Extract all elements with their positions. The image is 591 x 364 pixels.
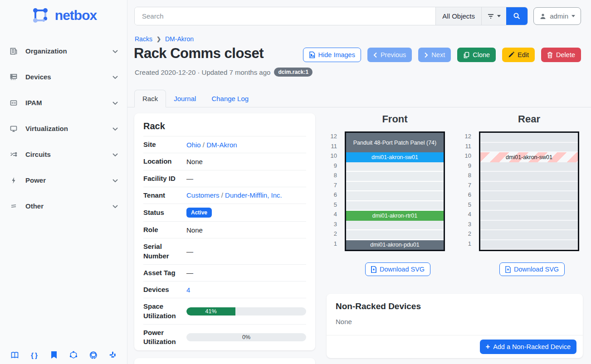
rack-device[interactable]: dmi01-akron-sw01 <box>480 152 578 162</box>
power-icon <box>9 176 18 185</box>
server-icon <box>9 73 18 82</box>
separator: / <box>221 191 223 199</box>
rack-slot-empty[interactable] <box>480 162 578 172</box>
rack-slot-empty[interactable] <box>480 191 578 201</box>
rack-slot-empty[interactable] <box>346 221 444 231</box>
sidebar-item-virtualization[interactable]: Virtualization <box>8 116 119 141</box>
download-svg-label: Download SVG <box>380 266 425 273</box>
docs-icon[interactable] <box>10 350 19 359</box>
attr-role: Role None <box>143 221 306 238</box>
rack-device[interactable]: Panduit 48-Port Patch Panel (74) <box>346 133 444 152</box>
search-scope-button[interactable]: All Objects <box>435 7 481 25</box>
breadcrumb-racks[interactable]: Racks <box>135 35 152 43</box>
previous-button[interactable]: Previous <box>367 48 412 62</box>
attr-label: Space Utilization <box>143 302 186 320</box>
unit-number: 10 <box>320 151 338 161</box>
rack-device[interactable]: dmi01-akron-pdu01 <box>346 240 444 250</box>
status-badge: Active <box>186 208 212 218</box>
site-link[interactable]: DM-Akron <box>206 141 237 149</box>
tab-change-log[interactable]: Change Log <box>204 90 256 107</box>
sidebar-item-ipam[interactable]: IPAM <box>8 90 119 116</box>
non-racked-devices-panel: Non-Racked Devices None + Add a Non-Rack… <box>327 294 583 358</box>
power-utilization-bar: 0% <box>186 333 306 341</box>
rack-slot-empty[interactable] <box>480 240 578 250</box>
attr-label: Asset Tag <box>143 268 186 277</box>
user-menu-button[interactable]: admin <box>533 7 581 25</box>
next-button[interactable]: Next <box>418 48 451 62</box>
devices-count-link[interactable]: 4 <box>186 286 190 294</box>
unit-number: 4 <box>454 209 472 219</box>
clone-button[interactable]: Clone <box>457 48 496 62</box>
api-docs-icon[interactable] <box>49 350 59 359</box>
site-group-link[interactable]: Ohio <box>186 141 201 149</box>
rack-slot-empty[interactable] <box>346 230 444 240</box>
rack-slot-empty[interactable] <box>480 133 578 143</box>
edit-label: Edit <box>518 51 529 58</box>
tab-journal[interactable]: Journal <box>166 90 204 107</box>
chevron-left-icon <box>373 52 377 58</box>
sidebar-item-power[interactable]: Power <box>8 167 119 193</box>
edit-button[interactable]: Edit <box>502 48 535 62</box>
sidebar-item-circuits[interactable]: Circuits <box>8 141 119 167</box>
rack-slot-empty[interactable] <box>480 143 578 153</box>
object-id-badge: dcim.rack:1 <box>274 68 313 77</box>
tenant-link[interactable]: Dunder-Mifflin, Inc. <box>225 191 282 199</box>
sidebar: netbox Organization Devices <box>0 0 127 364</box>
sidebar-item-organization[interactable]: Organization <box>8 38 119 64</box>
attr-label: Power Utilization <box>143 328 186 347</box>
front-unit-labels: 121110987654321 <box>320 131 338 248</box>
previous-label: Previous <box>381 51 406 58</box>
sidebar-item-devices[interactable]: Devices <box>8 64 119 90</box>
rack-slot-empty[interactable] <box>346 191 444 201</box>
add-non-racked-device-label: Add a Non-Racked Device <box>493 343 571 350</box>
netbox-logo[interactable]: netbox <box>0 0 127 28</box>
tenant-group-link[interactable]: Customers <box>186 191 220 199</box>
delete-button[interactable]: Delete <box>541 48 581 62</box>
rack-device[interactable]: dmi01-akron-rtr01 <box>346 211 444 221</box>
slack-icon[interactable] <box>108 350 117 359</box>
rack-slot-empty[interactable] <box>346 182 444 192</box>
space-utilization-bar: 41% <box>186 307 306 315</box>
sidebar-item-other[interactable]: Other <box>8 193 119 219</box>
add-non-racked-device-button[interactable]: + Add a Non-Racked Device <box>480 340 576 354</box>
search-filter-button[interactable] <box>481 7 506 25</box>
rack-slot-empty[interactable] <box>480 211 578 221</box>
clone-label: Clone <box>473 51 490 58</box>
rack-slot-empty[interactable] <box>480 172 578 182</box>
global-search: All Objects <box>134 7 528 25</box>
rack-device[interactable]: dmi01-akron-sw01 <box>346 152 444 162</box>
breadcrumb-dm-akron[interactable]: DM-Akron <box>165 35 194 43</box>
unit-number: 7 <box>320 180 338 190</box>
front-download-svg-button[interactable]: Download SVG <box>365 262 430 276</box>
search-input[interactable] <box>135 7 435 25</box>
sidebar-item-label: Devices <box>25 73 112 81</box>
attr-label: Status <box>143 208 186 217</box>
attr-site: Site Ohio / DM-Akron <box>143 136 306 153</box>
building-icon <box>9 47 18 56</box>
unit-number: 1 <box>454 239 472 249</box>
rack-slot-empty[interactable] <box>346 172 444 182</box>
search-submit-button[interactable] <box>506 7 528 25</box>
unit-number: 4 <box>320 209 338 219</box>
chevron-right-icon <box>424 52 428 58</box>
download-svg-label: Download SVG <box>514 266 559 273</box>
hide-images-button[interactable]: Hide Images <box>303 48 361 62</box>
rack-slot-empty[interactable] <box>480 182 578 192</box>
graphql-icon[interactable] <box>69 350 78 359</box>
rack-slot-empty[interactable] <box>480 201 578 211</box>
tab-rack[interactable]: Rack <box>134 90 166 107</box>
attr-space-utilization: Space Utilization 41% <box>143 298 306 324</box>
rack-slot-empty[interactable] <box>480 230 578 240</box>
rear-download-svg-button[interactable]: Download SVG <box>499 262 565 276</box>
rest-api-icon[interactable]: { } <box>29 350 39 359</box>
rack-slot-empty[interactable] <box>346 201 444 211</box>
github-icon[interactable] <box>89 350 98 359</box>
chevron-down-icon <box>112 73 119 81</box>
rack-slot-empty[interactable] <box>346 162 444 172</box>
rack-slot-empty[interactable] <box>480 221 578 231</box>
non-racked-title: Non-Racked Devices <box>336 301 574 311</box>
object-actions: Hide Images Previous Next Clone Edit Del… <box>303 48 581 62</box>
file-download-icon <box>505 266 511 273</box>
image-icon <box>309 51 315 58</box>
sidebar-item-label: Other <box>25 202 112 210</box>
